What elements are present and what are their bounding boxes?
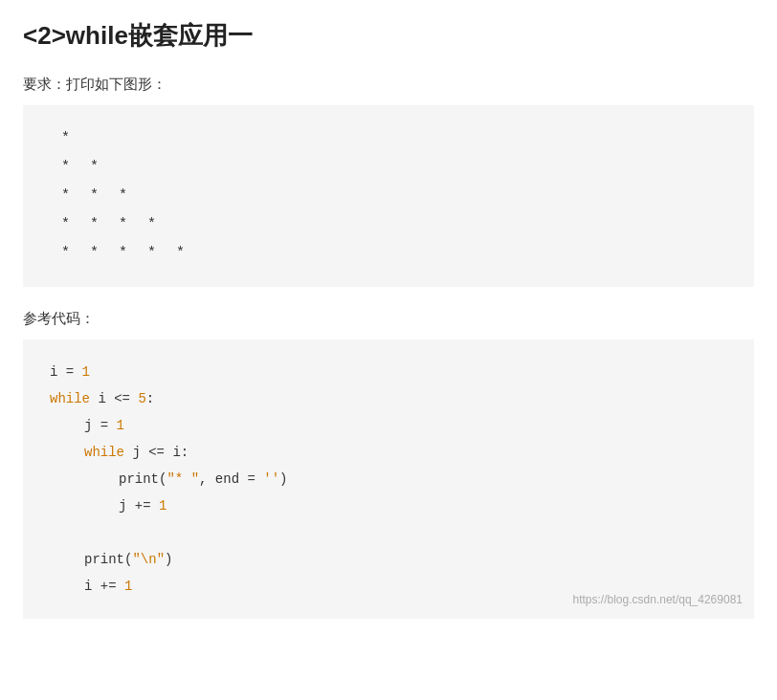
code-line-7: print("\n") (50, 546, 727, 573)
code-line-3: j = 1 (50, 412, 727, 439)
requirement-label: 要求：打印如下图形： (23, 76, 754, 94)
code-line-4: while j <= i: (50, 439, 727, 466)
code-line-blank (50, 519, 727, 546)
pattern-display: * * * * * * * * * * * * * * * (23, 105, 754, 287)
code-block: i = 1 while i <= 5: j = 1 while j <= i: … (23, 339, 754, 619)
pattern-line-4: * * * * (61, 210, 716, 239)
code-line-6: j += 1 (50, 492, 727, 519)
page-title: <2>while嵌套应用一 (23, 19, 754, 53)
pattern-line-1: * (61, 124, 716, 153)
pattern-line-5: * * * * * (61, 239, 716, 268)
pattern-line-2: * * (61, 153, 716, 182)
watermark: https://blog.csdn.net/qq_4269081 (573, 588, 743, 611)
code-line-5: print("* ", end = '') (50, 466, 727, 492)
pattern-line-3: * * * (61, 182, 716, 210)
code-line-2: while i <= 5: (50, 385, 727, 412)
code-line-1: i = 1 (50, 359, 727, 385)
code-label: 参考代码： (23, 310, 754, 328)
